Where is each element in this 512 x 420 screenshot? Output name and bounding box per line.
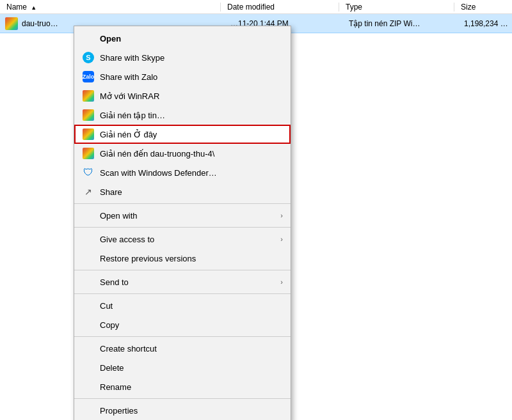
properties-icon: [82, 404, 95, 417]
menu-item-delete[interactable]: Delete: [74, 358, 291, 377]
extract-to-label: Giải nén đến dau-truong-thu-4\: [100, 149, 283, 159]
menu-item-extract-to[interactable]: Giải nén đến dau-truong-thu-4\: [74, 144, 291, 163]
col-header-type[interactable]: Type: [339, 3, 454, 12]
cut-icon: [82, 299, 95, 312]
menu-item-open-winrar[interactable]: Mở với WinRAR: [74, 86, 291, 105]
menu-item-cut[interactable]: Cut: [74, 296, 291, 315]
share-zalo-icon: Zalo: [82, 70, 95, 83]
menu-divider-after-open-with: [74, 227, 291, 228]
delete-label: Delete: [100, 363, 283, 373]
share-skype-label: Share with Skype: [100, 53, 283, 63]
open-with-arrow-icon: ›: [280, 212, 283, 219]
create-shortcut-icon: [82, 342, 95, 355]
col-type-label: Type: [346, 3, 362, 12]
give-access-icon: [82, 233, 95, 245]
col-header-date[interactable]: Date modified: [221, 3, 339, 12]
menu-divider-after-copy: [74, 336, 291, 337]
give-access-arrow-icon: ›: [280, 235, 283, 243]
properties-label: Properties: [100, 406, 283, 416]
menu-item-open-with[interactable]: Open with›: [74, 206, 291, 225]
menu-divider-after-restore: [74, 270, 291, 270]
restore-label: Restore previous versions: [100, 254, 283, 263]
give-access-label: Give access to: [100, 235, 280, 244]
winrar-icon: [5, 17, 18, 30]
menu-item-copy[interactable]: Copy: [74, 315, 291, 334]
menu-item-scan[interactable]: 🛡Scan with Windows Defender…: [74, 163, 291, 182]
menu-item-share-zalo[interactable]: ZaloShare with Zalo: [74, 67, 291, 86]
col-size-label: Size: [461, 3, 476, 12]
menu-item-give-access[interactable]: Give access to›: [74, 229, 291, 249]
open-winrar-icon: [82, 89, 95, 102]
menu-item-share[interactable]: ↗Share: [74, 182, 291, 201]
menu-item-send-to[interactable]: Send to›: [74, 272, 291, 292]
send-to-icon: [82, 276, 95, 288]
scan-label: Scan with Windows Defender…: [100, 168, 283, 178]
menu-item-share-skype[interactable]: SShare with Skype: [74, 48, 291, 67]
table-header: Name ▲ Date modified Type Size: [0, 0, 512, 14]
menu-item-restore[interactable]: Restore previous versions: [74, 249, 291, 268]
share-label: Share: [100, 187, 283, 197]
open-with-label: Open with: [100, 211, 280, 221]
open-icon: [82, 32, 95, 45]
menu-item-properties[interactable]: Properties: [74, 401, 291, 420]
menu-item-create-shortcut[interactable]: Create shortcut: [74, 339, 291, 358]
create-shortcut-label: Create shortcut: [100, 344, 283, 354]
share-skype-icon: S: [82, 51, 95, 64]
file-icon: [4, 16, 19, 31]
col-header-size[interactable]: Size: [454, 3, 512, 12]
extract-here-icon: [82, 128, 95, 141]
open-winrar-label: Mở với WinRAR: [100, 91, 283, 101]
sort-arrow-icon: ▲: [31, 4, 36, 11]
open-label: Open: [100, 34, 283, 43]
col-name-label: Name: [6, 3, 27, 12]
extract-winrar-icon: [82, 109, 95, 121]
col-header-name[interactable]: Name ▲: [0, 3, 221, 12]
cut-label: Cut: [100, 301, 283, 311]
context-menu: OpenSShare with SkypeZaloShare with Zalo…: [74, 26, 291, 420]
menu-divider-after-rename: [74, 398, 291, 399]
send-to-label: Send to: [100, 277, 280, 287]
menu-divider-after-send-to: [74, 293, 291, 294]
delete-icon: [82, 361, 95, 374]
share-icon: ↗: [82, 185, 95, 198]
menu-item-extract-winrar[interactable]: Giải nén tập tin…: [74, 105, 291, 125]
file-size: 1,198,234 …: [458, 19, 512, 28]
open-with-icon: [82, 209, 95, 222]
menu-divider-after-share: [74, 203, 291, 204]
copy-label: Copy: [100, 320, 283, 330]
col-date-label: Date modified: [227, 3, 275, 12]
send-to-arrow-icon: ›: [280, 278, 283, 286]
rename-label: Rename: [100, 382, 283, 392]
menu-item-rename[interactable]: Rename: [74, 377, 291, 396]
restore-icon: [82, 252, 95, 265]
copy-icon: [82, 318, 95, 331]
extract-winrar-label: Giải nén tập tin…: [100, 111, 283, 120]
scan-icon: 🛡: [82, 166, 95, 179]
menu-item-extract-here[interactable]: Giải nén Ở đây: [74, 125, 291, 144]
extract-here-label: Giải nén Ở đây: [100, 130, 283, 139]
extract-to-icon: [82, 147, 95, 160]
share-zalo-label: Share with Zalo: [100, 72, 283, 82]
menu-item-open[interactable]: Open: [74, 29, 291, 48]
rename-icon: [82, 380, 95, 393]
file-type: Tập tin nén ZIP Wi…: [342, 19, 458, 28]
